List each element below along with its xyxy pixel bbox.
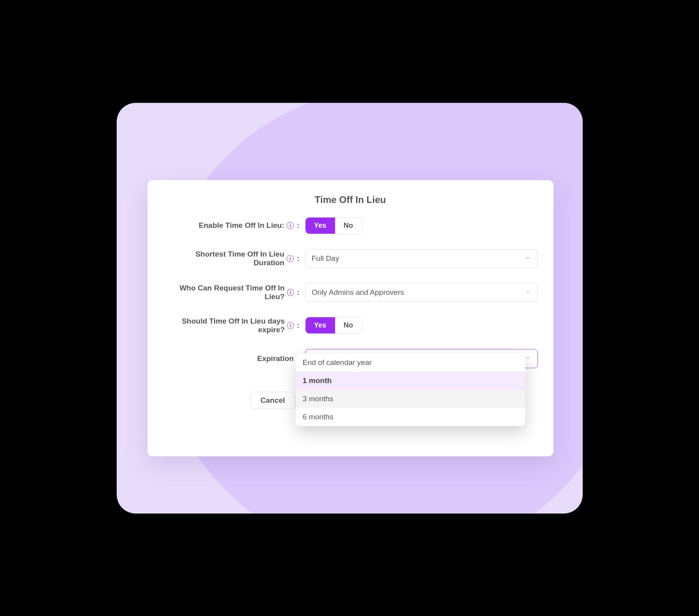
label-expiration: Expiration : — [163, 354, 305, 363]
shortest-duration-value: Full Day — [312, 254, 339, 263]
background-stage: Time Off In Lieu Enable Time Off In Lieu… — [117, 103, 583, 514]
colon: : — [297, 321, 299, 330]
info-icon[interactable]: i — [287, 255, 294, 262]
label-shortest-duration: Shortest Time Off In Lieu Duration i : — [163, 250, 305, 267]
control-expire-toggle: Yes No — [305, 317, 538, 334]
expiration-option[interactable]: 1 month — [296, 372, 525, 390]
expire-toggle-group: Yes No — [305, 317, 362, 334]
control-who-can-request: Only Admins and Approvers — [305, 283, 538, 302]
label-enable-text: Enable Time Off In Lieu: — [199, 221, 284, 230]
card-title: Time Off In Lieu — [163, 194, 538, 205]
info-icon[interactable]: i — [287, 322, 294, 329]
label-expire-toggle: Should Time Off In Lieu days expire? i : — [163, 317, 305, 334]
label-expire-text: Should Time Off In Lieu days expire? — [163, 317, 285, 334]
control-shortest-duration: Full Day — [305, 249, 538, 268]
expire-yes-button[interactable]: Yes — [306, 317, 335, 333]
chevron-down-icon — [525, 254, 531, 263]
row-expire-toggle: Should Time Off In Lieu days expire? i :… — [163, 317, 538, 334]
label-expiration-text: Expiration — [257, 354, 294, 363]
enable-toggle-group: Yes No — [305, 217, 362, 234]
colon: : — [297, 221, 299, 230]
colon: : — [297, 288, 299, 297]
info-icon[interactable]: i — [287, 222, 294, 229]
expiration-option[interactable]: End of calendar year — [296, 354, 525, 372]
shortest-duration-select[interactable]: Full Day — [305, 249, 538, 268]
who-can-request-select[interactable]: Only Admins and Approvers — [305, 283, 538, 302]
chevron-down-icon — [525, 288, 531, 297]
label-enable: Enable Time Off In Lieu: i : — [163, 221, 305, 230]
label-who-text: Who Can Request Time Off In Lieu? — [163, 284, 285, 301]
colon: : — [297, 254, 299, 263]
cancel-button[interactable]: Cancel — [250, 392, 296, 409]
label-shortest-text: Shortest Time Off In Lieu Duration — [163, 250, 285, 267]
chevron-down-icon — [525, 354, 531, 363]
row-enable: Enable Time Off In Lieu: i : Yes No — [163, 217, 538, 234]
expiration-option[interactable]: 3 months — [296, 390, 525, 408]
row-shortest-duration: Shortest Time Off In Lieu Duration i : F… — [163, 249, 538, 268]
enable-no-button[interactable]: No — [335, 218, 362, 234]
info-icon[interactable]: i — [287, 289, 294, 296]
enable-yes-button[interactable]: Yes — [306, 218, 335, 234]
label-who-can-request: Who Can Request Time Off In Lieu? i : — [163, 284, 305, 301]
control-enable: Yes No — [305, 217, 538, 234]
expiration-option[interactable]: 6 months — [296, 408, 525, 426]
row-who-can-request: Who Can Request Time Off In Lieu? i : On… — [163, 283, 538, 302]
expiration-dropdown: End of calendar year 1 month 3 months 6 … — [296, 354, 525, 426]
who-can-request-value: Only Admins and Approvers — [312, 288, 404, 297]
settings-card: Time Off In Lieu Enable Time Off In Lieu… — [147, 180, 554, 456]
expire-no-button[interactable]: No — [335, 317, 362, 333]
